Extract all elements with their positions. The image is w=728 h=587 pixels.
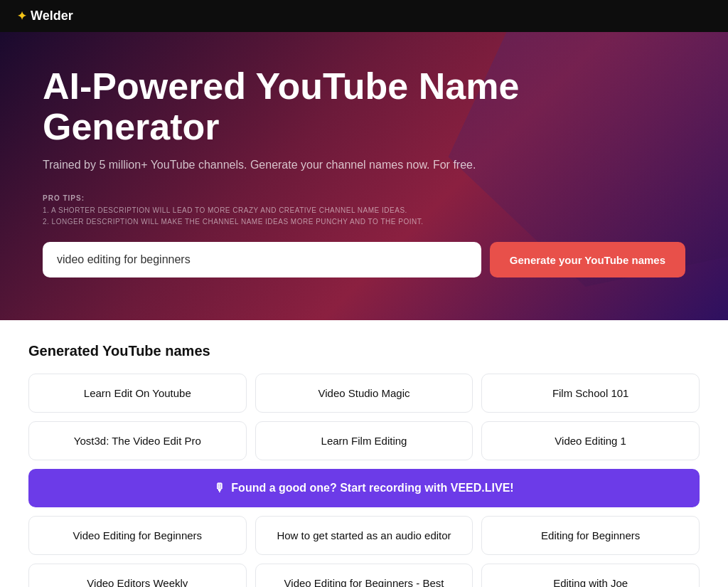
pro-tips-label: PRO TIPS:	[43, 194, 685, 202]
name-card-editing-with-joe[interactable]: Editing with Joe	[481, 564, 700, 587]
hero-section: AI-Powered YouTube Name Generator Traine…	[0, 32, 728, 320]
name-card-learn-film-editing[interactable]: Learn Film Editing	[255, 421, 473, 460]
name-card-video-studio-magic[interactable]: Video Studio Magic	[255, 374, 473, 413]
name-card-video-editing-1[interactable]: Video Editing 1	[481, 421, 700, 460]
name-card-learn-edit[interactable]: Learn Edit On Youtube	[28, 374, 247, 413]
name-card-audio-editor[interactable]: How to get started as an audio editor	[255, 516, 473, 555]
pro-tip-1: 1. A SHORTER DESCRIPTION WILL LEAD TO MO…	[43, 205, 685, 216]
name-card-yost3d[interactable]: Yost3d: The Video Edit Pro	[28, 421, 247, 460]
name-card-film-school-101[interactable]: Film School 101	[481, 374, 700, 413]
search-input[interactable]	[43, 242, 481, 277]
results-section: Generated YouTube names Learn Edit On Yo…	[0, 320, 728, 587]
name-card-editing-for-beginners[interactable]: Editing for Beginners	[481, 516, 700, 555]
generate-button[interactable]: Generate your YouTube names	[490, 242, 685, 277]
cta-emoji: 🎙	[214, 482, 225, 495]
pro-tip-2: 2. LONGER DESCRIPTION WILL MAKE THE CHAN…	[43, 216, 685, 228]
cta-text: Found a good one? Start recording with V…	[231, 482, 513, 495]
logo-icon: ✦	[17, 9, 26, 23]
pro-tips: PRO TIPS: 1. A SHORTER DESCRIPTION WILL …	[43, 194, 685, 228]
cta-banner[interactable]: 🎙 Found a good one? Start recording with…	[28, 469, 700, 507]
name-card-best-practices[interactable]: Video Editing for Beginners - Best Pract…	[255, 564, 473, 587]
hero-subtitle: Trained by 5 million+ YouTube channels. …	[43, 159, 685, 171]
logo-label: Welder	[31, 9, 73, 23]
results-title: Generated YouTube names	[28, 343, 700, 359]
name-card-video-editors-weekly[interactable]: Video Editors Weekly	[28, 564, 247, 587]
top-names-grid: Learn Edit On Youtube Video Studio Magic…	[28, 374, 700, 413]
hero-title: AI-Powered YouTube Name Generator	[43, 66, 685, 147]
name-card-video-editing-beginners[interactable]: Video Editing for Beginners	[28, 516, 247, 555]
bottom-names-grid: Video Editing for Beginners How to get s…	[28, 516, 700, 587]
search-row: Generate your YouTube names	[43, 242, 685, 277]
navbar: ✦ Welder	[0, 0, 728, 32]
logo[interactable]: ✦ Welder	[17, 9, 73, 23]
second-names-grid: Yost3d: The Video Edit Pro Learn Film Ed…	[28, 421, 700, 460]
